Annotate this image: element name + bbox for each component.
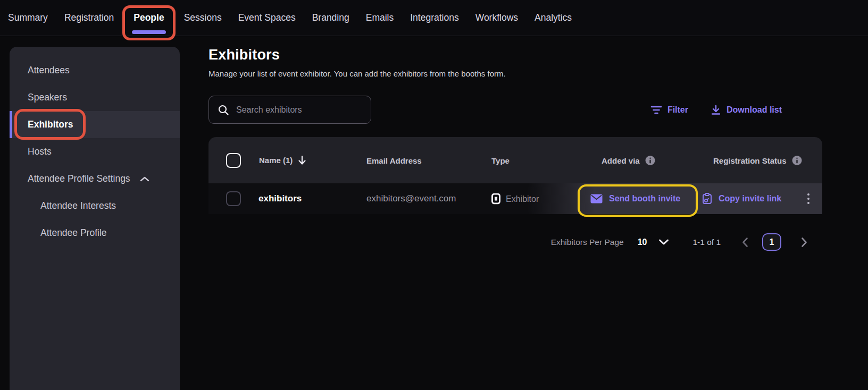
row-email-cell: exhibitors@event.com: [366, 193, 456, 204]
tab-people[interactable]: People: [130, 0, 167, 36]
envelope-icon: [590, 194, 603, 204]
previous-page-button[interactable]: [742, 237, 748, 248]
column-type-label: Type: [491, 156, 510, 165]
sidebar-item-label: Attendee Profile Settings: [28, 173, 130, 184]
top-navigation: Summary Registration People Sessions Eve…: [0, 0, 868, 36]
sort-desc-icon[interactable]: [298, 155, 306, 166]
row-name-cell: exhibitors: [258, 193, 302, 204]
people-sidebar: Attendees Speakers Exhibitors Hosts Atte…: [10, 47, 180, 390]
main-content: Exhibitors Manage your list of event exh…: [208, 47, 822, 251]
filter-label: Filter: [667, 105, 688, 115]
search-icon: [218, 104, 229, 116]
sidebar-item-speakers[interactable]: Speakers: [10, 84, 180, 111]
copy-invite-link-button[interactable]: Copy invite link: [702, 193, 781, 205]
page-subtitle: Manage your list of event exhibitor. You…: [208, 69, 822, 78]
tab-registration[interactable]: Registration: [64, 0, 114, 36]
chevron-up-icon: [140, 176, 149, 182]
clipboard-link-icon: [702, 193, 712, 205]
sidebar-item-attendees[interactable]: Attendees: [10, 57, 180, 84]
page-title: Exhibitors: [208, 47, 822, 63]
active-item-indicator: [10, 111, 12, 138]
sidebar-item-attendee-profile[interactable]: Attendee Profile: [10, 219, 180, 247]
tab-summary[interactable]: Summary: [8, 0, 48, 36]
download-list-button[interactable]: Download list: [711, 105, 782, 115]
send-booth-invite-button[interactable]: Send booth invite: [590, 194, 680, 204]
top-nav-list: Summary Registration People Sessions Eve…: [0, 0, 868, 36]
tab-workflows[interactable]: Workflows: [475, 0, 518, 36]
pagination-range: 1-1 of 1: [692, 238, 721, 247]
tab-branding[interactable]: Branding: [312, 0, 349, 36]
tab-analytics[interactable]: Analytics: [535, 0, 572, 36]
copy-invite-link-label: Copy invite link: [719, 194, 781, 204]
tab-integrations[interactable]: Integrations: [410, 0, 458, 36]
filter-icon: [650, 105, 662, 115]
row-type-cell: Exhibitor: [491, 193, 539, 205]
column-email-label: Email Address: [366, 156, 422, 165]
send-booth-invite-label: Send booth invite: [609, 194, 680, 204]
sidebar-item-attendee-interests[interactable]: Attendee Interests: [10, 192, 180, 219]
column-added-via: Added via: [602, 155, 655, 165]
exhibitor-email: exhibitors@event.com: [366, 193, 456, 204]
search-input[interactable]: [236, 105, 362, 115]
select-all-cell: [226, 153, 241, 168]
column-registration-status: Registration Status: [713, 155, 802, 165]
app-window: Summary Registration People Sessions Eve…: [0, 0, 868, 390]
sidebar-item-label: Attendee Profile: [40, 227, 107, 239]
column-registration-status-label: Registration Status: [713, 156, 787, 165]
column-email: Email Address: [366, 156, 422, 165]
toolbar: Filter Download list: [208, 96, 822, 124]
pagination-bar: Exhibitors Per Page 10 1-1 of 1 1: [208, 233, 822, 251]
filter-button[interactable]: Filter: [650, 105, 688, 115]
row-checkbox[interactable]: [226, 191, 241, 206]
page-number-button[interactable]: 1: [762, 233, 781, 251]
sidebar-item-label: Speakers: [28, 92, 67, 103]
exhibitor-type-label: Exhibitor: [506, 194, 539, 204]
toolbar-actions: Filter Download list: [650, 105, 822, 115]
exhibitors-table: Name (1) Email Address Type Added via: [208, 137, 822, 214]
tab-event-spaces[interactable]: Event Spaces: [238, 0, 296, 36]
column-name-label: Name (1): [259, 156, 293, 165]
table-row[interactable]: exhibitors exhibitors@event.com Exhibito…: [208, 183, 822, 214]
next-page-button[interactable]: [801, 237, 807, 248]
search-box[interactable]: [208, 96, 371, 124]
select-all-checkbox[interactable]: [226, 153, 241, 168]
per-page-value: 10: [638, 238, 647, 247]
info-icon[interactable]: [645, 155, 655, 165]
tab-emails[interactable]: Emails: [366, 0, 394, 36]
table-header: Name (1) Email Address Type Added via: [208, 137, 822, 183]
sidebar-item-exhibitors[interactable]: Exhibitors: [10, 111, 180, 138]
column-added-via-label: Added via: [602, 156, 640, 165]
column-name[interactable]: Name (1): [259, 155, 306, 166]
sidebar-item-attendee-profile-settings[interactable]: Attendee Profile Settings: [10, 165, 180, 192]
sidebar-item-label: Attendee Interests: [40, 200, 116, 211]
download-label: Download list: [727, 105, 782, 115]
row-more-actions-button[interactable]: [805, 191, 812, 206]
per-page-label: Exhibitors Per Page: [551, 238, 624, 247]
exhibitor-name: exhibitors: [258, 193, 302, 204]
row-select-cell: [226, 191, 241, 206]
sidebar-item-hosts[interactable]: Hosts: [10, 138, 180, 165]
tab-sessions[interactable]: Sessions: [184, 0, 222, 36]
booth-icon: [491, 193, 500, 205]
active-tab-indicator: [132, 30, 166, 34]
tab-people-label: People: [133, 12, 164, 23]
sidebar-item-label: Hosts: [28, 146, 52, 157]
column-type: Type: [491, 156, 510, 165]
sidebar-item-label: Exhibitors: [28, 119, 73, 130]
per-page-dropdown[interactable]: [658, 239, 669, 245]
download-icon: [711, 105, 721, 115]
sidebar-item-label: Attendees: [28, 65, 70, 76]
info-icon[interactable]: [792, 155, 802, 165]
